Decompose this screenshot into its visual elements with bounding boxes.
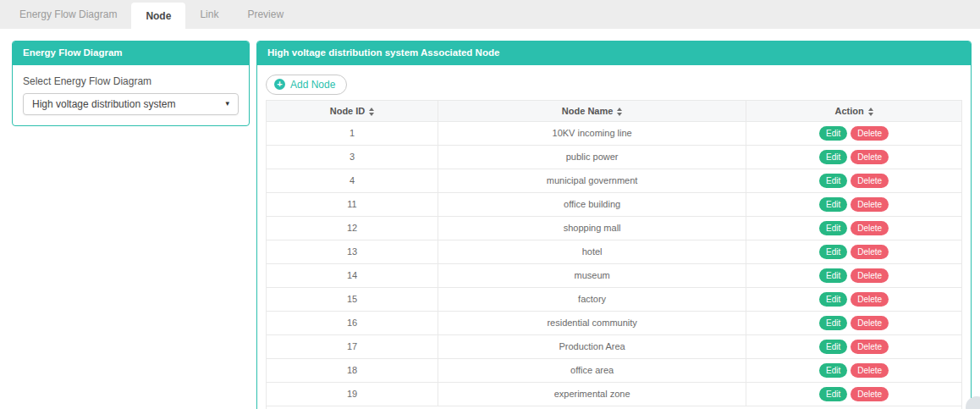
delete-button[interactable]: Delete	[851, 150, 889, 164]
table-row: 14 museum EditDelete	[267, 263, 962, 287]
delete-button[interactable]: Delete	[851, 340, 889, 354]
table-header-row: Node ID Node Name Action	[267, 100, 962, 121]
action-cell: EditDelete	[746, 121, 962, 145]
action-cell: EditDelete	[746, 334, 962, 358]
tab-node[interactable]: Node	[131, 3, 185, 29]
energy-flow-diagram-panel: Energy Flow Diagram Select Energy Flow D…	[12, 41, 250, 126]
column-header-label: Node ID	[330, 106, 366, 116]
edit-button[interactable]: Edit	[819, 387, 847, 401]
node-id-cell: 16	[267, 311, 438, 334]
delete-button[interactable]: Delete	[851, 126, 889, 141]
sort-icon	[868, 108, 873, 116]
node-name-cell: experimental zone	[438, 382, 746, 406]
node-id-cell: 12	[267, 216, 438, 240]
left-panel-body: Select Energy Flow Diagram High voltage …	[13, 65, 249, 125]
node-id-cell: 11	[267, 192, 438, 216]
chevron-down-icon: ▾	[225, 100, 229, 108]
tab-energy-flow-diagram[interactable]: Energy Flow Diagram	[5, 0, 131, 29]
table-row: 15 factory EditDelete	[267, 287, 962, 311]
node-name-cell: residential community	[438, 311, 746, 334]
top-tab-bar: Energy Flow Diagram Node Link Preview	[0, 0, 980, 29]
tab-link[interactable]: Link	[185, 0, 233, 29]
column-header-label: Action	[834, 106, 863, 116]
edit-button[interactable]: Edit	[819, 197, 847, 212]
table-row: 19 experimental zone EditDelete	[267, 382, 962, 406]
table-row: 12 shopping mall EditDelete	[267, 216, 962, 240]
table-row: 13 hotel EditDelete	[267, 240, 962, 263]
table-row: 1 10KV incoming line EditDelete	[267, 121, 962, 145]
node-id-cell: 19	[267, 382, 438, 406]
node-table: Node ID Node Name Action 1 10KV incoming…	[266, 100, 962, 409]
delete-button[interactable]: Delete	[851, 316, 889, 330]
action-cell: EditDelete	[746, 263, 962, 287]
table-row: 16 residential community EditDelete	[267, 311, 962, 334]
node-id-cell: 18	[267, 358, 438, 382]
action-cell: EditDelete	[746, 145, 962, 169]
diagram-select[interactable]: High voltage distribution system ▾	[23, 93, 239, 115]
node-id-cell: 17	[267, 334, 438, 358]
node-name-cell: office area	[438, 358, 746, 382]
delete-button[interactable]: Delete	[851, 268, 889, 283]
edit-button[interactable]: Edit	[819, 363, 847, 378]
column-header-label: Node Name	[562, 106, 614, 116]
sort-icon	[617, 108, 622, 116]
add-node-button[interactable]: + Add Node	[266, 75, 347, 95]
node-name-cell: shopping mall	[438, 216, 746, 240]
empty-table-row	[267, 406, 962, 409]
node-id-cell: 4	[267, 169, 438, 192]
node-name-cell: museum	[438, 263, 746, 287]
node-name-cell: office building	[438, 192, 746, 216]
node-name-cell: Production Area	[438, 334, 746, 358]
node-id-cell: 3	[267, 145, 438, 169]
column-header-node-id[interactable]: Node ID	[267, 100, 438, 121]
delete-button[interactable]: Delete	[851, 221, 889, 235]
node-id-cell: 1	[267, 121, 438, 145]
plus-circle-icon: +	[274, 79, 285, 90]
select-diagram-label: Select Energy Flow Diagram	[23, 75, 239, 87]
right-panel-title: High voltage distribution system Associa…	[257, 41, 971, 65]
table-row: 4 municipal government EditDelete	[267, 169, 962, 192]
edit-button[interactable]: Edit	[819, 174, 847, 188]
delete-button[interactable]: Delete	[851, 387, 889, 401]
delete-button[interactable]: Delete	[851, 197, 889, 212]
edit-button[interactable]: Edit	[819, 292, 847, 307]
node-id-cell: 13	[267, 240, 438, 263]
column-header-node-name[interactable]: Node Name	[438, 100, 746, 121]
action-cell: EditDelete	[746, 358, 962, 382]
right-panel-body: + Add Node Node ID Node Name Action	[257, 65, 971, 409]
edit-button[interactable]: Edit	[819, 316, 847, 330]
tab-preview[interactable]: Preview	[233, 0, 298, 29]
delete-button[interactable]: Delete	[851, 363, 889, 378]
node-name-cell: hotel	[438, 240, 746, 263]
action-cell: EditDelete	[746, 240, 962, 263]
action-cell: EditDelete	[746, 216, 962, 240]
delete-button[interactable]: Delete	[851, 292, 889, 307]
node-name-cell: 10KV incoming line	[438, 121, 746, 145]
table-row: 18 office area EditDelete	[267, 358, 962, 382]
delete-button[interactable]: Delete	[851, 245, 889, 259]
action-cell: EditDelete	[746, 311, 962, 334]
edit-button[interactable]: Edit	[819, 268, 847, 283]
left-panel-title: Energy Flow Diagram	[13, 41, 249, 65]
edit-button[interactable]: Edit	[819, 221, 847, 235]
table-row: 11 office building EditDelete	[267, 192, 962, 216]
table-row: 17 Production Area EditDelete	[267, 334, 962, 358]
edit-button[interactable]: Edit	[819, 150, 847, 164]
edit-button[interactable]: Edit	[819, 340, 847, 354]
action-cell: EditDelete	[746, 382, 962, 406]
node-name-cell: factory	[438, 287, 746, 311]
delete-button[interactable]: Delete	[851, 174, 889, 188]
add-node-button-label: Add Node	[290, 79, 335, 91]
associated-node-panel: High voltage distribution system Associa…	[256, 41, 972, 409]
column-header-action[interactable]: Action	[746, 100, 962, 121]
node-table-body: 1 10KV incoming line EditDelete 3 public…	[267, 121, 962, 409]
action-cell: EditDelete	[746, 169, 962, 192]
diagram-select-value: High voltage distribution system	[32, 98, 175, 110]
main-content: Energy Flow Diagram Select Energy Flow D…	[0, 29, 980, 409]
table-row: 3 public power EditDelete	[267, 145, 962, 169]
edit-button[interactable]: Edit	[819, 126, 847, 141]
edit-button[interactable]: Edit	[819, 245, 847, 259]
node-id-cell: 15	[267, 287, 438, 311]
node-id-cell: 14	[267, 263, 438, 287]
node-name-cell: municipal government	[438, 169, 746, 192]
